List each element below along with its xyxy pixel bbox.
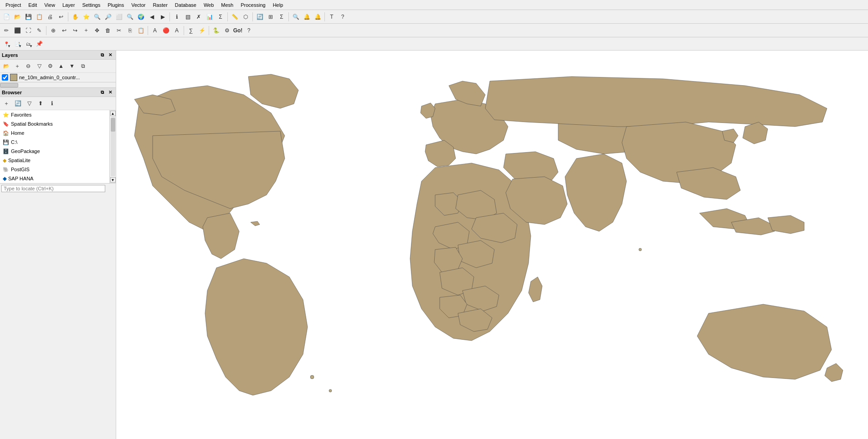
scroll-up-btn[interactable]: ▲ — [110, 111, 116, 116]
zoom-in-btn[interactable]: 🔍 — [92, 12, 102, 22]
paste-feature-btn[interactable]: 📋 — [136, 26, 146, 36]
zoom-out-btn[interactable]: 🔎 — [103, 12, 113, 22]
menu-processing[interactable]: Processing — [237, 1, 269, 9]
add-layer-btn[interactable]: ＋ — [12, 61, 22, 71]
annotations-btn[interactable]: 📌 — [34, 39, 44, 49]
map-area[interactable] — [116, 51, 868, 439]
open-project-btn[interactable]: 📂 — [12, 12, 22, 22]
menu-database[interactable]: Database — [171, 1, 200, 9]
alert1-btn[interactable]: 🔔 — [302, 12, 312, 22]
label3-btn[interactable]: A — [172, 26, 182, 36]
filter-layer-btn[interactable]: ▽ — [34, 61, 44, 71]
move-up-btn[interactable]: ▲ — [56, 61, 66, 71]
search-btn[interactable]: 🔍 — [291, 12, 301, 22]
print-btn[interactable]: 🖨 — [45, 12, 55, 22]
menu-settings[interactable]: Settings — [78, 1, 104, 9]
quick-field-btn[interactable]: ⚡ — [197, 26, 207, 36]
layers-horizontal-scrollbar[interactable] — [0, 82, 116, 87]
remove-layer-btn[interactable]: ⊖ — [23, 61, 33, 71]
identify-btn[interactable]: ℹ — [172, 12, 182, 22]
browser-item-cdrive[interactable]: 💾 C:\ — [0, 138, 109, 147]
tile-btn[interactable]: ⊞ — [266, 12, 276, 22]
layers-float-btn[interactable]: ⧉ — [98, 51, 106, 59]
menu-project[interactable]: Project — [2, 1, 25, 9]
text-btn[interactable]: T — [327, 12, 337, 22]
scroll-down-btn[interactable]: ▼ — [110, 177, 116, 183]
browser-item-favorites[interactable]: ⭐ Favorites — [0, 110, 109, 119]
zoom-full-btn[interactable]: 🌍 — [136, 12, 146, 22]
browser-item-spatial-bookmarks[interactable]: 🔖 Spatial Bookmarks — [0, 119, 109, 128]
scroll-thumb[interactable] — [111, 118, 115, 132]
macro-btn[interactable]: ⚙ — [222, 26, 232, 36]
measure-btn[interactable]: 📏 — [230, 12, 240, 22]
menu-vector[interactable]: Vector — [128, 1, 149, 9]
undo-btn[interactable]: ↩ — [56, 12, 66, 22]
browser-item-saphana[interactable]: ◆ SAP HANA — [0, 174, 109, 183]
menu-plugins[interactable]: Plugins — [104, 1, 128, 9]
open-table-btn[interactable]: 📊 — [205, 12, 215, 22]
open-layer-btn[interactable]: 📂 — [1, 61, 11, 71]
move-down-btn[interactable]: ▼ — [67, 61, 77, 71]
toggle-edit-btn[interactable]: ✎ — [34, 26, 44, 36]
layer-color-swatch[interactable] — [10, 74, 17, 81]
pan-btn[interactable]: ✋ — [70, 12, 80, 22]
browser-item-postgis[interactable]: 🐘 PostGIS — [0, 165, 109, 174]
deselect-btn[interactable]: ✗ — [194, 12, 204, 22]
pan-to-selection-btn[interactable]: ⭐ — [81, 12, 91, 22]
alert2-btn[interactable]: 🔔 — [313, 12, 323, 22]
zoom-rubber-btn[interactable]: ⬜ — [114, 12, 124, 22]
label-btn[interactable]: A — [150, 26, 160, 36]
new-project-btn[interactable]: 📄 — [1, 12, 11, 22]
statistics-btn[interactable]: Σ — [216, 12, 226, 22]
cut-feature-btn[interactable]: ✂ — [114, 26, 124, 36]
menu-mesh[interactable]: Mesh — [217, 1, 237, 9]
browser-info-btn[interactable]: ℹ — [47, 98, 57, 108]
redo-btn[interactable]: ↪ — [70, 26, 80, 36]
save-as-btn[interactable]: 📋 — [34, 12, 44, 22]
snap-btn[interactable]: ⊕ — [48, 26, 58, 36]
browser-collapse-btn[interactable]: ⬆ — [36, 98, 46, 108]
move-feature-btn[interactable]: ✥ — [92, 26, 102, 36]
browser-item-geopackage[interactable]: 🗄️ GeoPackage — [0, 147, 109, 156]
refresh-btn[interactable]: 🔄 — [255, 12, 265, 22]
browser-item-spatialite[interactable]: ◆ SpatiaLite — [0, 156, 109, 165]
locate-input[interactable] — [1, 185, 105, 192]
help-btn[interactable]: ? — [338, 12, 348, 22]
help2-btn[interactable]: ? — [244, 26, 254, 36]
menu-layer[interactable]: Layer — [59, 1, 79, 9]
duplicate-layer-btn[interactable]: ⧉ — [78, 61, 88, 71]
layer-order-btn[interactable]: 🗂▼ — [23, 39, 33, 49]
zoom-actual-btn[interactable]: 🔍 — [125, 12, 135, 22]
browser-float-btn[interactable]: ⧉ — [98, 89, 106, 96]
menu-edit[interactable]: Edit — [25, 1, 41, 9]
map-tips-btn[interactable]: 📍▼ — [1, 39, 11, 49]
field-calc-btn[interactable]: ∑ — [186, 26, 196, 36]
measure-area-btn[interactable]: ⬡ — [241, 12, 251, 22]
menu-web[interactable]: Web — [200, 1, 217, 9]
copy-feature-btn[interactable]: ⎘ — [125, 26, 135, 36]
delete-feature-btn[interactable]: 🗑 — [103, 26, 113, 36]
sum-btn[interactable]: Σ — [277, 12, 287, 22]
bookmarks-btn[interactable]: 📑▼ — [12, 39, 22, 49]
layers-close-btn[interactable]: ✕ — [107, 51, 114, 59]
zoom-next-btn[interactable]: ▶ — [158, 12, 168, 22]
menu-view[interactable]: View — [41, 1, 59, 9]
layers-scroll-thumb[interactable] — [0, 83, 18, 87]
browser-filter-btn[interactable]: ▽ — [24, 98, 34, 108]
digitize-btn[interactable]: ✏ — [1, 26, 11, 36]
browser-refresh-btn[interactable]: 🔄 — [13, 98, 23, 108]
node-tool-btn[interactable]: ⛶ — [23, 26, 33, 36]
browser-vertical-scrollbar[interactable]: ▲ ▼ — [109, 110, 116, 183]
add-feature-btn[interactable]: ＋ — [81, 26, 91, 36]
select-all-btn[interactable]: ⬛ — [12, 26, 22, 36]
go-btn[interactable]: Go! — [233, 26, 243, 36]
undo2-btn[interactable]: ↩ — [59, 26, 69, 36]
menu-help[interactable]: Help — [269, 1, 287, 9]
python-btn[interactable]: 🐍 — [211, 26, 221, 36]
layer-props-btn[interactable]: ⚙ — [45, 61, 55, 71]
save-project-btn[interactable]: 💾 — [23, 12, 33, 22]
label2-btn[interactable]: 🔴 — [161, 26, 171, 36]
menu-raster[interactable]: Raster — [149, 1, 171, 9]
browser-item-home[interactable]: 🏠 Home — [0, 128, 109, 138]
layer-visibility-checkbox[interactable] — [2, 74, 8, 81]
